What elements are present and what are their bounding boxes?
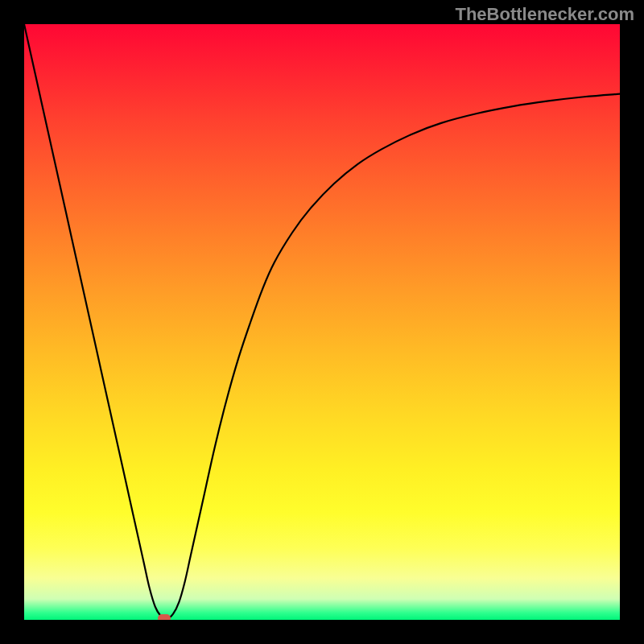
chart-frame: TheBottlenecker.com	[0, 0, 644, 644]
bottleneck-curve	[24, 24, 620, 620]
watermark-text: TheBottlenecker.com	[455, 4, 634, 25]
plot-area	[24, 24, 620, 620]
optimal-point-marker	[158, 614, 171, 620]
